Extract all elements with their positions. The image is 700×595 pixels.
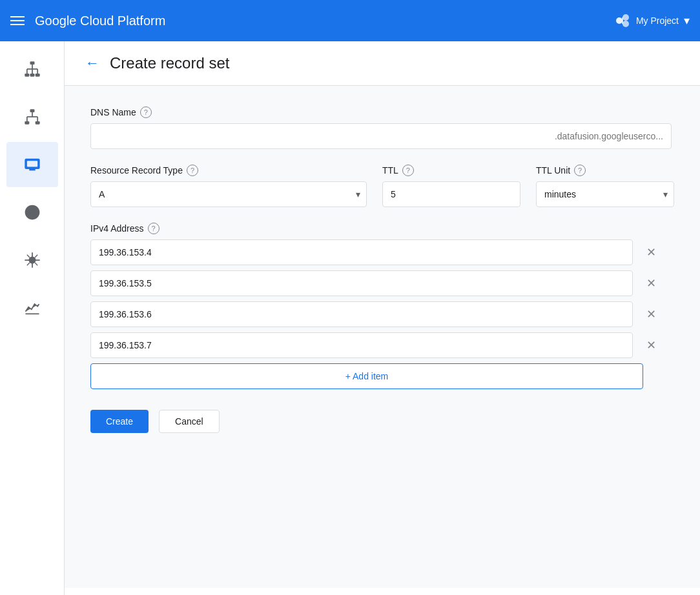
ttl-unit-label: TTL Unit ? — [536, 165, 674, 176]
sidebar-item-routes[interactable] — [6, 190, 58, 235]
dns-name-help-icon[interactable]: ? — [140, 106, 152, 118]
ttl-label: TTL ? — [382, 165, 520, 176]
page-header: ← Create record set — [65, 41, 700, 86]
svg-point-2 — [623, 21, 629, 27]
remove-ip-1-button[interactable]: ✕ — [641, 242, 661, 263]
cancel-button[interactable]: Cancel — [159, 410, 220, 433]
ttl-unit-select-wrapper: seconds minutes hours days ▾ — [536, 181, 674, 207]
record-type-label: Resource Record Type ? — [90, 165, 367, 176]
ttl-help-icon[interactable]: ? — [402, 165, 414, 176]
ipv4-label: IPv4 Address ? — [90, 223, 674, 234]
record-type-select[interactable]: A AAAA CNAME MX NS PTR SOA SRV TXT — [90, 181, 367, 207]
ttl-unit-col: TTL Unit ? seconds minutes hours days ▾ — [536, 165, 674, 207]
dns-name-label: DNS Name ? — [90, 106, 674, 118]
svg-rect-5 — [30, 61, 34, 65]
svg-rect-7 — [30, 74, 34, 77]
record-type-select-wrapper: A AAAA CNAME MX NS PTR SOA SRV TXT ▾ — [90, 181, 367, 207]
sidebar-item-ops[interactable] — [6, 285, 58, 330]
ip-row-1: ✕ — [90, 239, 674, 265]
sidebar-item-network[interactable] — [6, 94, 58, 139]
ip-input-3[interactable] — [90, 301, 633, 327]
svg-rect-16 — [35, 121, 39, 125]
sidebar-item-hierarchy[interactable] — [6, 46, 58, 92]
dns-name-section: DNS Name ? — [90, 106, 674, 149]
sidebar — [0, 41, 65, 595]
sidebar-item-compute[interactable] — [6, 142, 58, 187]
remove-ip-4-button[interactable]: ✕ — [641, 335, 661, 356]
svg-point-28 — [29, 257, 35, 263]
form-area: DNS Name ? Resource Record Type ? A AAAA — [65, 86, 700, 588]
record-type-row: Resource Record Type ? A AAAA CNAME MX N… — [90, 165, 674, 207]
create-button[interactable]: Create — [90, 410, 149, 433]
ip-row-2: ✕ — [90, 270, 674, 296]
app-title: Google Cloud Platform — [35, 14, 602, 28]
svg-rect-8 — [35, 74, 39, 77]
ttl-unit-help-icon[interactable]: ? — [574, 165, 586, 176]
svg-rect-15 — [25, 121, 29, 125]
ipv4-help-icon[interactable]: ? — [148, 223, 160, 234]
ttl-unit-select[interactable]: seconds minutes hours days — [536, 181, 674, 207]
ipv4-section: IPv4 Address ? ✕ ✕ ✕ ✕ — [90, 223, 674, 389]
svg-rect-22 — [26, 161, 37, 166]
ip-input-4[interactable] — [90, 332, 633, 358]
project-icon — [613, 12, 631, 30]
ip-row-3: ✕ — [90, 301, 674, 327]
ip-row-4: ✕ — [90, 332, 674, 358]
page-title: Create record set — [110, 54, 229, 72]
add-item-button[interactable]: + Add item — [90, 363, 643, 389]
sidebar-item-hybrid[interactable] — [6, 237, 58, 283]
record-type-help-icon[interactable]: ? — [187, 165, 198, 176]
ip-input-2[interactable] — [90, 270, 633, 296]
main-layout: ← Create record set DNS Name ? Resource … — [0, 41, 700, 595]
svg-rect-14 — [30, 109, 34, 112]
svg-point-27 — [30, 211, 34, 214]
project-name: My Project — [636, 15, 679, 26]
remove-ip-3-button[interactable]: ✕ — [641, 304, 661, 325]
action-row: Create Cancel — [90, 410, 674, 433]
svg-rect-23 — [29, 169, 35, 170]
ttl-input[interactable] — [382, 181, 520, 207]
dns-name-input[interactable] — [90, 123, 672, 149]
chevron-down-icon: ▾ — [684, 14, 690, 28]
svg-point-0 — [616, 17, 623, 24]
ttl-col: TTL ? — [382, 165, 520, 207]
project-selector[interactable]: My Project ▾ — [613, 12, 690, 30]
svg-point-1 — [623, 14, 629, 21]
ip-input-1[interactable] — [90, 239, 633, 265]
record-type-col: Resource Record Type ? A AAAA CNAME MX N… — [90, 165, 367, 207]
content-area: ← Create record set DNS Name ? Resource … — [65, 41, 700, 595]
remove-ip-2-button[interactable]: ✕ — [641, 273, 661, 294]
back-button[interactable]: ← — [85, 55, 99, 72]
topbar: Google Cloud Platform My Project ▾ — [0, 0, 700, 41]
hamburger-button[interactable] — [10, 16, 25, 25]
svg-rect-6 — [25, 74, 29, 77]
